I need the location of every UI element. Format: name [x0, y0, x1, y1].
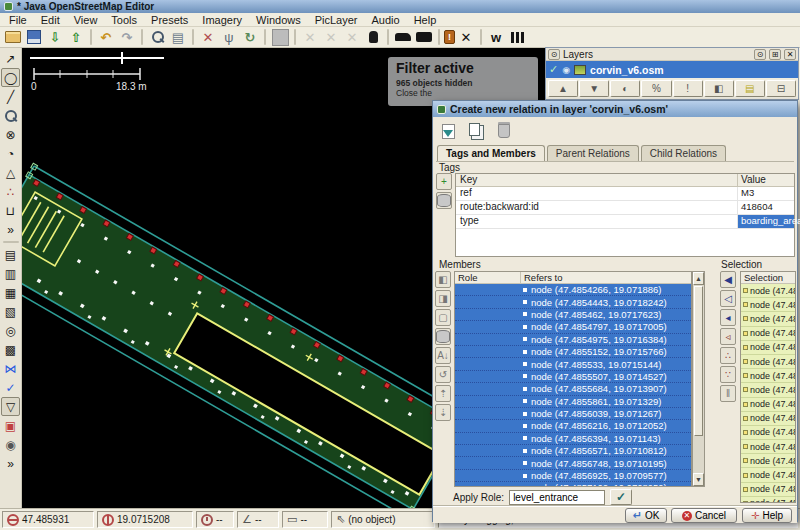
panel-conflicts-toggle-icon[interactable]: ⋈	[1, 359, 20, 378]
selection-add-members-top-icon[interactable]: ◁	[720, 290, 736, 307]
add-tag-icon[interactable]: +	[436, 173, 452, 190]
dialog-tab[interactable]: Tags and Members	[437, 145, 545, 162]
delete-object-icon[interactable]: ✕	[456, 28, 476, 47]
member-row[interactable]: node (47.4854797, 19.0717005)	[455, 321, 691, 333]
members-table[interactable]: Role Refers to node (47.4854266, 19.0718…	[454, 271, 692, 487]
selection-row[interactable]: node (47.485	[741, 468, 795, 482]
scroll-down-icon[interactable]: ▼	[693, 473, 704, 486]
selection-row[interactable]: node (47.485	[741, 312, 795, 326]
panel-validator-toggle-icon[interactable]: ✓	[1, 378, 20, 397]
move-member-up-icon[interactable]: ⇡	[435, 385, 451, 402]
zoom-tool-icon[interactable]	[1, 106, 20, 125]
member-row[interactable]: node (47.4856571, 19.0710812)	[455, 445, 691, 457]
selection-row[interactable]: node (47.485	[741, 398, 795, 412]
tag-row[interactable]: route:backward:id 418604	[456, 201, 794, 215]
member-row[interactable]: node (47.4855152, 19.0715766)	[455, 346, 691, 358]
apply-role-confirm-button[interactable]: ✓	[610, 489, 632, 505]
menu-item[interactable]: Tools	[104, 14, 144, 26]
menu-item[interactable]: Edit	[34, 14, 67, 26]
paste-tags-tool-icon[interactable]: ◔	[1, 144, 20, 163]
selection-row[interactable]: node (47.485	[741, 426, 795, 440]
selection-row[interactable]: node (47.485	[741, 454, 795, 468]
sort-members-icon[interactable]: A↓	[435, 347, 451, 364]
tag-row[interactable]: type boarding_area	[456, 215, 794, 229]
menu-item[interactable]: Imagery	[195, 14, 249, 26]
selection-row[interactable]: node (47.485	[741, 355, 795, 369]
crossed-tools-icon[interactable]: ✕	[198, 28, 218, 47]
open-file-icon[interactable]	[3, 28, 23, 47]
member-presets-icon[interactable]	[435, 328, 451, 345]
layer-row[interactable]: ✓ ◉ corvin_v6.osm	[546, 61, 798, 78]
undo-icon[interactable]: ↶	[96, 28, 116, 47]
layer-opacity-button[interactable]: %	[641, 80, 671, 97]
members-scrollbar[interactable]: ▲ ▼	[692, 271, 705, 487]
add-member-below-icon[interactable]: ◨	[435, 290, 451, 307]
member-row[interactable]: node (47.485533, 19.0715144)	[455, 358, 691, 370]
member-row[interactable]: node (47.4856039, 19.071267)	[455, 408, 691, 420]
panel-layers-toggle-icon[interactable]: ▤	[1, 245, 20, 264]
menu-item[interactable]: View	[67, 14, 105, 26]
menu-item[interactable]: Help	[407, 14, 444, 26]
layer-duplicate-button[interactable]: ▤	[735, 80, 765, 97]
layer-visible-eye-icon[interactable]: ◉	[562, 65, 570, 75]
layers-collapse-icon[interactable]: ⊙	[548, 49, 560, 60]
dialog-tab[interactable]: Child Relations	[641, 145, 726, 161]
scroll-up-icon[interactable]: ▲	[693, 272, 704, 285]
deselect-members-icon[interactable]: ∵	[720, 366, 736, 383]
selection-row[interactable]: node (47.485	[741, 369, 795, 383]
menu-item[interactable]: Windows	[249, 14, 308, 26]
selection-pair-icon[interactable]: ‖	[720, 385, 736, 402]
member-row[interactable]: node (47.485462, 19.0717623)	[455, 309, 691, 321]
duplicate-relation-icon[interactable]	[465, 120, 487, 142]
move-member-down-icon[interactable]: ⇣	[435, 404, 451, 421]
panel-filter-toggle-icon[interactable]: ▽	[1, 397, 20, 416]
delete-tool-icon[interactable]: ⊗	[1, 125, 20, 144]
layer-marker-button[interactable]: !	[673, 80, 703, 97]
menu-item[interactable]: File	[2, 14, 34, 26]
tag-row[interactable]: ref M3	[456, 187, 794, 201]
improve-way-tool-icon[interactable]: ∴	[1, 182, 20, 201]
door-warning-icon[interactable]: !	[444, 30, 455, 44]
selection-add-members-bottom-icon[interactable]: ◂	[720, 309, 736, 326]
selection-row[interactable]: node (47.485	[741, 440, 795, 454]
layers-close-icon[interactable]: ✕	[784, 49, 796, 60]
selection-list[interactable]: Selection node (47.485 node (47.485	[740, 271, 796, 503]
apply-changes-icon[interactable]	[437, 120, 459, 142]
selection-remove-members-icon[interactable]: ◃	[720, 328, 736, 345]
reverse-members-icon[interactable]: ↺	[435, 366, 451, 383]
hand-pan-icon[interactable]	[363, 28, 383, 47]
selection-row[interactable]: node (47.485	[741, 412, 795, 426]
redo-icon[interactable]: ↷	[117, 28, 137, 47]
upload-icon[interactable]: ⇧	[66, 28, 86, 47]
selection-row[interactable]: node (47.485	[741, 327, 795, 341]
panel-stack-toggle-icon[interactable]: ▥	[1, 264, 20, 283]
download-icon[interactable]: ⇩	[45, 28, 65, 47]
select-tool-icon[interactable]: ↗	[1, 49, 20, 68]
member-row[interactable]: node (47.4856216, 19.0712052)	[455, 420, 691, 432]
layer-up-button[interactable]: ▲	[548, 80, 578, 97]
panel-changeset-toggle-icon[interactable]: ▣	[1, 416, 20, 435]
preferences-icon[interactable]: ▤	[168, 28, 188, 47]
car-routing-icon[interactable]	[393, 28, 413, 47]
member-row[interactable]: node (47.4854975, 19.0716384)	[455, 334, 691, 346]
refresh-icon[interactable]: ↻	[240, 28, 260, 47]
zoom-to-download-icon[interactable]	[147, 28, 167, 47]
extrude-tool-icon[interactable]: △	[1, 163, 20, 182]
draw-way-tool-icon[interactable]: ╱	[1, 87, 20, 106]
layers-dock-icon[interactable]: ⊞	[769, 49, 781, 60]
split-way-icon[interactable]: ψ	[219, 28, 239, 47]
layer-down-button[interactable]: ▼	[579, 80, 609, 97]
dialog-title-bar[interactable]: Create new relation in layer 'corvin_v6.…	[433, 101, 797, 117]
selection-replace-members-icon[interactable]: ◀	[720, 271, 736, 288]
selection-row[interactable]: node (47.485	[741, 341, 795, 355]
more-tools-icon[interactable]: »	[1, 220, 20, 239]
layers-sticky-icon[interactable]: ⊙	[754, 49, 766, 60]
panel-commands-toggle-icon[interactable]: ▧	[1, 302, 20, 321]
disabled-tool-icon[interactable]: ✕	[300, 28, 320, 47]
apply-role-input[interactable]	[509, 490, 605, 505]
menu-item[interactable]: Presets	[144, 14, 195, 26]
member-row[interactable]: node (47.4856748, 19.0710195)	[455, 457, 691, 469]
member-row[interactable]: node (47.4856925, 19.0709577)	[455, 470, 691, 482]
panel-shortcuts-toggle-icon[interactable]: ▩	[1, 340, 20, 359]
selection-row[interactable]: node (47.485	[741, 284, 795, 298]
